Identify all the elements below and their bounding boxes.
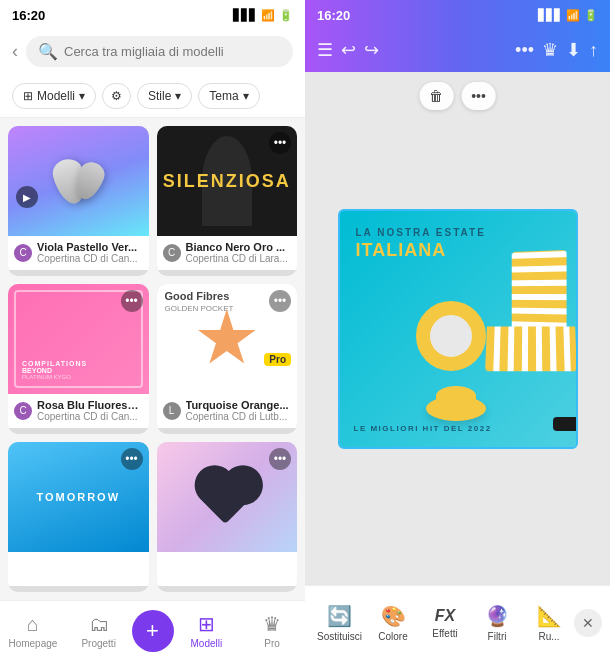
avatar-orange: L bbox=[163, 402, 181, 420]
item-text-pink: Rosa Blu Fluoresc... Copertina CD di Can… bbox=[37, 399, 143, 422]
item-info-drops: C Viola Pastello Ver... Copertina CD di … bbox=[8, 236, 149, 270]
tool-ru[interactable]: 📐 Ru... bbox=[524, 598, 574, 648]
filter-stile[interactable]: Stile ▾ bbox=[137, 83, 192, 109]
progetti-icon: 🗂 bbox=[89, 613, 109, 636]
time-right: 16:20 bbox=[317, 8, 350, 23]
filters-icon: 🔮 bbox=[485, 604, 510, 628]
avatar-drops: C bbox=[14, 244, 32, 262]
sunglasses bbox=[553, 417, 576, 431]
undo-icon[interactable]: ↩ bbox=[341, 39, 356, 61]
more-button-pink[interactable]: ••• bbox=[121, 290, 143, 312]
effects-icon: FX bbox=[435, 607, 455, 625]
filter-tema[interactable]: Tema ▾ bbox=[198, 83, 259, 109]
item-text-drops: Viola Pastello Ver... Copertina CD di Ca… bbox=[37, 241, 143, 264]
template-item-drops[interactable]: ▶ C Viola Pastello Ver... Copertina CD d… bbox=[8, 126, 149, 276]
nav-add-button[interactable]: + bbox=[132, 610, 174, 652]
template-grid: ▶ C Viola Pastello Ver... Copertina CD d… bbox=[0, 118, 305, 600]
bottom-toolbar: 🔄 Sostituisci 🎨 Colore FX Effetti 🔮 Filt… bbox=[305, 585, 610, 660]
tool-effetti[interactable]: FX Effetti bbox=[420, 601, 470, 645]
more-button-orange[interactable]: ••• bbox=[269, 290, 291, 312]
search-input[interactable] bbox=[64, 44, 281, 59]
delete-button[interactable]: 🗑 bbox=[419, 82, 453, 110]
left-panel: 16:20 ▋▋▋ 📶 🔋 ‹ 🔍 ⊞ Modelli ▾ ⚙ Stile ▾ … bbox=[0, 0, 305, 660]
bottom-nav: ⌂ Homepage 🗂 Progetti + ⊞ Modelli ♛ Pro bbox=[0, 600, 305, 660]
item-info-dark: C Bianco Nero Oro ... Copertina CD di La… bbox=[157, 236, 298, 270]
grid-icon: ⊞ bbox=[23, 89, 33, 103]
beach-chair bbox=[486, 251, 576, 371]
template-item-tomorrow[interactable]: Tomorrow ••• bbox=[8, 442, 149, 592]
item-info-orange: L Turquoise Orange... Copertina CD di Lu… bbox=[157, 394, 298, 428]
ru-icon: 📐 bbox=[537, 604, 562, 628]
heart-shape bbox=[200, 470, 253, 523]
modelli-icon: ⊞ bbox=[198, 612, 215, 636]
chair-seat bbox=[485, 326, 576, 371]
search-bar: ‹ 🔍 bbox=[0, 28, 305, 75]
time-left: 16:20 bbox=[12, 8, 45, 23]
canvas-title-top: La Nostra Estate bbox=[356, 227, 486, 238]
template-item-pink[interactable]: COMPILATIONS BEYOND PLATINUM KYGO ••• C … bbox=[8, 284, 149, 434]
starfish-shape bbox=[197, 309, 257, 369]
more-button-dark[interactable]: ••• bbox=[269, 132, 291, 154]
item-info-tomorrow-empty bbox=[8, 552, 149, 586]
canvas-card[interactable]: La Nostra Estate Italiana Le Migliori Hi… bbox=[338, 209, 578, 449]
share-icon[interactable]: ↑ bbox=[589, 40, 598, 61]
item-text-dark: Bianco Nero Oro ... Copertina CD di Lara… bbox=[186, 241, 292, 264]
avatar-pink: C bbox=[14, 402, 32, 420]
status-bar-right: 16:20 ▋▋▋ 📶 🔋 bbox=[305, 0, 610, 28]
pro-badge: Pro bbox=[264, 353, 291, 366]
item-info-pink: C Rosa Blu Fluoresc... Copertina CD di C… bbox=[8, 394, 149, 428]
status-bar-left: 16:20 ▋▋▋ 📶 🔋 bbox=[0, 0, 305, 28]
more-canvas-button[interactable]: ••• bbox=[461, 82, 496, 110]
right-panel: 16:20 ▋▋▋ 📶 🔋 ☰ ↩ ↪ ••• ♛ ⬇ ↑ 🗑 ••• La N… bbox=[305, 0, 610, 660]
item-info-heart-empty bbox=[157, 552, 298, 586]
menu-icon[interactable]: ☰ bbox=[317, 39, 333, 61]
filter-bar: ⊞ Modelli ▾ ⚙ Stile ▾ Tema ▾ bbox=[0, 75, 305, 118]
canvas-top-actions: 🗑 ••• bbox=[419, 82, 496, 110]
crown-icon[interactable]: ♛ bbox=[542, 39, 558, 61]
status-icons-left: ▋▋▋ 📶 🔋 bbox=[233, 9, 293, 22]
template-item-dark[interactable]: SILENZIOSA ••• C Bianco Nero Oro ... Cop… bbox=[157, 126, 298, 276]
chevron-down-icon-tema: ▾ bbox=[243, 89, 249, 103]
editor-toolbar: ☰ ↩ ↪ ••• ♛ ⬇ ↑ bbox=[305, 28, 610, 72]
tomorrow-label: Tomorrow bbox=[36, 491, 120, 503]
close-toolbar-button[interactable]: ✕ bbox=[574, 609, 602, 637]
nav-progetti[interactable]: 🗂 Progetti bbox=[66, 613, 132, 649]
more-button-tomorrow[interactable]: ••• bbox=[121, 448, 143, 470]
nav-modelli[interactable]: ⊞ Modelli bbox=[174, 612, 240, 649]
beach-scene bbox=[416, 241, 576, 441]
sliders-icon: ⚙ bbox=[111, 89, 122, 103]
template-item-heart[interactable]: ••• bbox=[157, 442, 298, 592]
canvas-bottom-text: Le Migliori Hit Del 2022 bbox=[354, 424, 492, 433]
close-icon: ✕ bbox=[582, 615, 594, 631]
tool-sostituisci[interactable]: 🔄 Sostituisci bbox=[313, 598, 366, 648]
toolbar-tools: 🔄 Sostituisci 🎨 Colore FX Effetti 🔮 Filt… bbox=[313, 598, 574, 648]
chair-back bbox=[511, 249, 566, 336]
dark-title: SILENZIOSA bbox=[163, 171, 291, 192]
filter-sliders[interactable]: ⚙ bbox=[102, 83, 131, 109]
filter-modelli[interactable]: ⊞ Modelli ▾ bbox=[12, 83, 96, 109]
back-button[interactable]: ‹ bbox=[12, 41, 18, 62]
item-text-orange: Turquoise Orange... Copertina CD di Lutb… bbox=[186, 399, 292, 422]
chevron-down-icon: ▾ bbox=[79, 89, 85, 103]
template-item-orange[interactable]: Good Fibres GOLDEN POCKET ••• Pro L Turq… bbox=[157, 284, 298, 434]
download-icon[interactable]: ⬇ bbox=[566, 39, 581, 61]
tool-filtri[interactable]: 🔮 Filtri bbox=[472, 598, 522, 648]
search-wrapper[interactable]: 🔍 bbox=[26, 36, 293, 67]
tool-colore[interactable]: 🎨 Colore bbox=[368, 598, 418, 648]
replace-icon: 🔄 bbox=[327, 604, 352, 628]
redo-icon[interactable]: ↪ bbox=[364, 39, 379, 61]
canvas-content: La Nostra Estate Italiana Le Migliori Hi… bbox=[340, 211, 576, 447]
canvas-area: 🗑 ••• La Nostra Estate Italiana Le M bbox=[305, 72, 610, 585]
life-ring bbox=[416, 301, 486, 371]
play-button-drops[interactable]: ▶ bbox=[16, 186, 38, 208]
status-icons-right: ▋▋▋ 📶 🔋 bbox=[538, 9, 598, 22]
chevron-down-icon-stile: ▾ bbox=[175, 89, 181, 103]
more-options-icon[interactable]: ••• bbox=[515, 40, 534, 61]
nav-homepage[interactable]: ⌂ Homepage bbox=[0, 613, 66, 649]
more-button-heart[interactable]: ••• bbox=[269, 448, 291, 470]
nav-pro[interactable]: ♛ Pro bbox=[239, 612, 305, 649]
search-icon: 🔍 bbox=[38, 42, 58, 61]
avatar-dark: C bbox=[163, 244, 181, 262]
beach-hat bbox=[426, 396, 486, 421]
color-icon: 🎨 bbox=[381, 604, 406, 628]
